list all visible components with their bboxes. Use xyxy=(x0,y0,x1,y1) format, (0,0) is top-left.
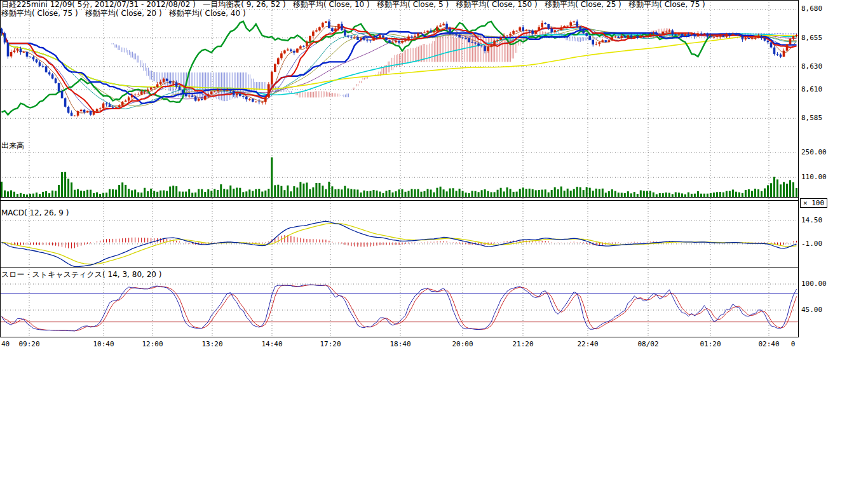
x-axis-label: 20:00 xyxy=(452,340,473,348)
x-axis-label: 17:20 xyxy=(320,340,341,348)
volume-axis-label: 110.00 xyxy=(801,173,827,181)
price-axis-label: 8,630 xyxy=(801,63,822,71)
x-axis-label: 12:00 xyxy=(142,340,163,348)
price-axis-label: 8,610 xyxy=(801,86,822,93)
stoch-panel-label: スロー・ストキャスティクス( 14, 3, 80, 20 ) xyxy=(1,269,161,280)
gridlines xyxy=(0,0,798,337)
chart-legend-line2: 移動平均( Close, 75 ) 移動平均( Close, 20 ) 移動平均… xyxy=(1,10,246,18)
price-axis-label: 8,680 xyxy=(801,5,822,13)
x-axis-label: 22:40 xyxy=(577,340,598,348)
volume-axis-label: 250.00 xyxy=(801,149,827,156)
price-axis-label: 8,655 xyxy=(801,34,822,42)
price-axis-label: 8,585 xyxy=(801,114,822,122)
chart-canvas xyxy=(0,0,868,353)
x-axis-label: 13:20 xyxy=(201,340,222,348)
panel-borders xyxy=(0,0,799,337)
x-axis-label: 14:40 xyxy=(261,340,282,348)
x-axis-label: 01:20 xyxy=(700,340,721,348)
volume-panel-label: 出来高 xyxy=(1,140,24,151)
x-axis-label: 09:20 xyxy=(18,340,39,348)
x-axis-label: 02:40 xyxy=(758,340,779,348)
stoch-axis-label: 45.00 xyxy=(801,306,822,314)
x-axis-label: 0 xyxy=(791,340,796,348)
x-axis-label: 2:40 xyxy=(0,340,10,348)
macd-panel-content xyxy=(2,221,797,267)
macd-axis-label: -1.00 xyxy=(801,240,822,248)
chart-screen: 日経225mini 12/09( 5分, 2012/07/31 - 2012/0… xyxy=(0,0,868,488)
stoch-panel-content xyxy=(0,285,798,331)
x-axis-label: 21:20 xyxy=(512,340,533,348)
chart-title-legend-line1: 日経225mini 12/09( 5分, 2012/07/31 - 2012/0… xyxy=(1,1,705,9)
candles xyxy=(1,19,798,117)
macd-axis-label: 14.50 xyxy=(801,217,822,224)
x-axis-label: 18:40 xyxy=(390,340,410,348)
stoch-axis-label: 100.00 xyxy=(801,280,827,288)
x-axis-label: 10:40 xyxy=(93,340,114,348)
macd-panel-label: MACD( 12, 26, 9 ) xyxy=(1,208,69,217)
volume-multiplier-badge: × 100 xyxy=(800,198,827,208)
x-axis-label: 08/02 xyxy=(637,340,658,348)
